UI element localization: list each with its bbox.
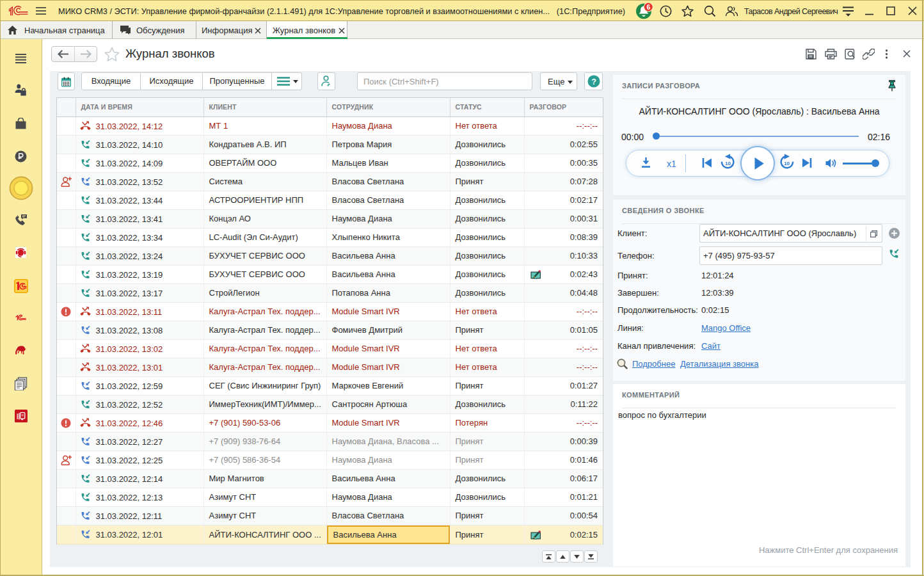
svg-text:?: ?: [591, 77, 596, 86]
svg-text:10: 10: [784, 161, 790, 166]
svg-text:10: 10: [725, 161, 731, 166]
svg-text:6: 6: [646, 3, 650, 11]
